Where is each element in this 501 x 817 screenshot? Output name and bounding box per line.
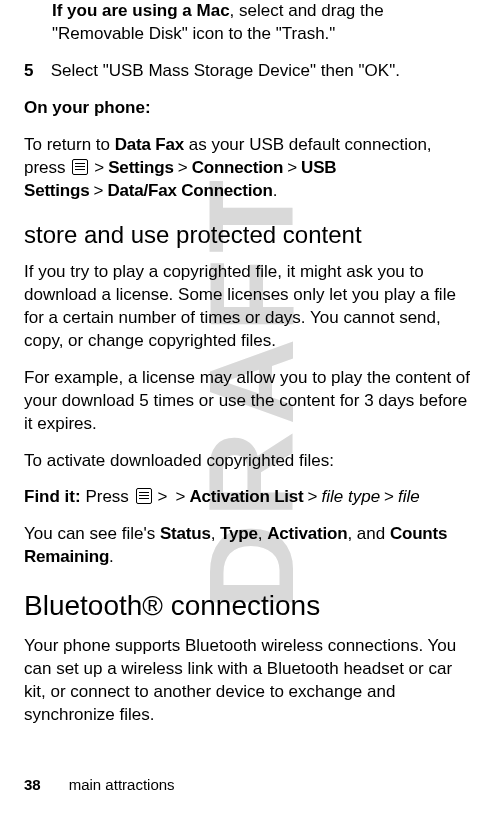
- comma-2: ,: [258, 524, 267, 543]
- find-it-line: Find it: Press >>Activation List>file ty…: [24, 486, 477, 509]
- gt-1: >: [90, 158, 108, 177]
- gt-5b: >: [172, 487, 190, 506]
- fp-status: Status: [160, 524, 211, 543]
- fp-activation: Activation: [267, 524, 347, 543]
- menu-icon: [72, 159, 88, 175]
- license-paragraph-3: To activate downloaded copyrighted files…: [24, 450, 477, 473]
- page-content: If you are using a Mac, select and drag …: [0, 0, 501, 727]
- find-it-press: Press: [81, 487, 134, 506]
- mac-instruction: If you are using a Mac, select and drag …: [24, 0, 477, 46]
- find-it-label: Find it:: [24, 487, 81, 506]
- gt-3: >: [283, 158, 301, 177]
- gt-7: >: [380, 487, 398, 506]
- step-5: 5 Select "USB Mass Storage Device" then …: [24, 60, 477, 83]
- bc-connection: Connection: [192, 158, 284, 177]
- gt-6: >: [304, 487, 322, 506]
- period-2: .: [109, 547, 114, 566]
- on-your-phone-label: On your phone:: [24, 97, 477, 120]
- step-text: Select "USB Mass Storage Device" then "O…: [51, 61, 400, 80]
- and-text: , and: [347, 524, 390, 543]
- page-number: 38: [24, 776, 41, 793]
- gt-2: >: [174, 158, 192, 177]
- return-path-paragraph: To return to Data Fax as your USB defaul…: [24, 134, 477, 203]
- file-type-term: file type: [322, 487, 381, 506]
- license-paragraph-1: If you try to play a copyrighted file, i…: [24, 261, 477, 353]
- fp-type: Type: [220, 524, 258, 543]
- footer-section: main attractions: [69, 776, 175, 793]
- text-lead: To return to: [24, 135, 115, 154]
- gt-4: >: [89, 181, 107, 200]
- bc-settings: Settings: [108, 158, 173, 177]
- file-term: file: [398, 487, 420, 506]
- data-fax-term: Data Fax: [115, 135, 184, 154]
- menu-icon-2: [136, 488, 152, 504]
- period-1: .: [273, 181, 278, 200]
- page-footer: 38main attractions: [24, 775, 175, 795]
- step-number: 5: [24, 60, 46, 83]
- activation-list-term: Activation List: [189, 487, 303, 506]
- bc-dfc: Data/Fax Connection: [107, 181, 272, 200]
- bluetooth-paragraph: Your phone supports Bluetooth wireless c…: [24, 635, 477, 727]
- gt-5: >: [154, 487, 172, 506]
- section-bluetooth-title: Bluetooth® connections: [24, 587, 477, 625]
- fp-lead: You can see file's: [24, 524, 160, 543]
- file-properties-line: You can see file's Status, Type, Activat…: [24, 523, 477, 569]
- section-store-title: store and use protected content: [24, 219, 477, 251]
- license-paragraph-2: For example, a license may allow you to …: [24, 367, 477, 436]
- mac-lead: If you are using a Mac: [52, 1, 230, 20]
- comma-1: ,: [211, 524, 220, 543]
